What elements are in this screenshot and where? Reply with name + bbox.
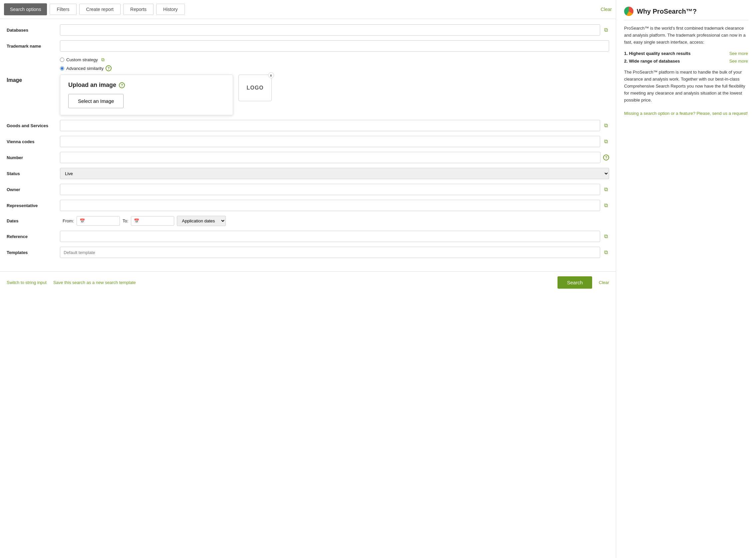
dates-row: Dates From: To: Application dates Regist… (7, 216, 609, 226)
clear-bottom-button[interactable]: Clear (599, 280, 609, 285)
advanced-similarity-option: Advanced similarity ? (60, 65, 609, 71)
upload-help-icon[interactable]: ? (119, 82, 125, 88)
databases-copy-button[interactable]: ⧉ (603, 26, 609, 34)
reference-row: Reference ⧉ (7, 231, 609, 242)
feature-1-text: 1. Highest quality search results (624, 51, 690, 56)
vienna-codes-copy-button[interactable]: ⧉ (603, 138, 609, 145)
databases-input[interactable] (60, 24, 600, 35)
image-label: Image (7, 75, 60, 83)
clear-link[interactable]: Clear (601, 7, 612, 12)
pie-chart-icon (624, 7, 633, 16)
databases-label: Databases (7, 28, 60, 33)
status-label: Status (7, 171, 60, 176)
why-prosearch-title: Why ProSearch™? (637, 8, 697, 15)
owner-copy-button[interactable]: ⧉ (603, 186, 609, 193)
number-input[interactable] (60, 152, 601, 163)
trademark-name-input[interactable] (60, 40, 609, 52)
logo-close-button[interactable]: x (268, 72, 274, 78)
templates-copy-button[interactable]: ⧉ (603, 249, 609, 256)
advanced-similarity-label: Advanced similarity (66, 66, 104, 71)
date-from-input[interactable] (77, 216, 120, 226)
reference-input[interactable] (60, 231, 600, 242)
representative-input[interactable] (60, 200, 600, 211)
bottom-bar: Switch to string input Save this search … (0, 271, 616, 293)
trademark-name-row: Trademark name (7, 40, 609, 52)
switch-to-string-link[interactable]: Switch to string input (7, 280, 47, 285)
status-select[interactable]: Live Dead All (60, 168, 609, 179)
owner-label: Owner (7, 187, 60, 192)
top-navigation: Search options Filters Create report Rep… (0, 0, 616, 19)
feature-item-1: 1. Highest quality search results See mo… (624, 51, 748, 56)
history-button[interactable]: History (156, 4, 185, 15)
dates-label: Dates (7, 219, 60, 223)
right-panel: Why ProSearch™? ProSearch™ is the world'… (616, 0, 756, 558)
custom-strategy-copy[interactable]: ⧉ (100, 56, 106, 63)
templates-input[interactable] (60, 247, 600, 258)
custom-strategy-radio[interactable] (60, 58, 64, 62)
templates-label: Templates (7, 250, 60, 255)
feature-2-see-more[interactable]: See more (729, 58, 748, 64)
upload-title: Upload an image ? (68, 81, 225, 88)
owner-row: Owner ⧉ (7, 184, 609, 195)
vienna-codes-label: Vienna codes (7, 139, 60, 144)
reports-button[interactable]: Reports (123, 4, 154, 15)
advanced-similarity-radio[interactable] (60, 66, 64, 71)
intro-text: ProSearch™ is the world's first combined… (624, 25, 748, 46)
create-report-button[interactable]: Create report (79, 4, 121, 15)
feature-item-2: 2. Wide range of databases See more (624, 58, 748, 64)
save-template-link[interactable]: Save this search as a new search templat… (53, 280, 136, 285)
advanced-similarity-help-icon[interactable]: ? (106, 65, 111, 71)
from-label: From: (62, 219, 74, 223)
date-type-select[interactable]: Application dates Registration dates Exp… (177, 216, 226, 226)
description-text: The ProSearch™ platform is meant to hand… (624, 69, 748, 104)
number-label: Number (7, 155, 60, 160)
goods-services-label: Goods and Services (7, 123, 60, 128)
custom-strategy-option: Custom strategy ⧉ (60, 56, 609, 63)
databases-row: Databases ⧉ (7, 24, 609, 35)
right-panel-title: Why ProSearch™? (624, 7, 748, 16)
upload-card: Upload an image ? Select an Image (60, 75, 233, 115)
representative-row: Representative ⧉ (7, 200, 609, 211)
search-options-button[interactable]: Search options (4, 3, 47, 15)
status-row: Status Live Dead All (7, 168, 609, 179)
image-section: Image Upload an image ? Select an Image … (7, 75, 609, 115)
vienna-codes-row: Vienna codes ⧉ (7, 136, 609, 147)
date-to-input[interactable] (131, 216, 174, 226)
feature-list: 1. Highest quality search results See mo… (624, 51, 748, 64)
feature-2-text: 2. Wide range of databases (624, 58, 680, 64)
logo-preview: x LOGO (238, 75, 272, 101)
representative-label: Representative (7, 203, 60, 208)
request-link[interactable]: Missing a search option or a feature? Pl… (624, 110, 748, 117)
strategy-radio-group: Custom strategy ⧉ Advanced similarity ? (60, 56, 609, 71)
custom-strategy-label: Custom strategy (66, 57, 98, 62)
reference-label: Reference (7, 234, 60, 239)
filters-button[interactable]: Filters (50, 4, 76, 15)
number-help-icon[interactable]: ? (603, 154, 609, 160)
select-image-button[interactable]: Select an Image (68, 94, 124, 108)
reference-copy-button[interactable]: ⧉ (603, 233, 609, 240)
title-divider (624, 20, 748, 20)
vienna-codes-input[interactable] (60, 136, 600, 147)
templates-row: Templates ⧉ (7, 247, 609, 258)
representative-copy-button[interactable]: ⧉ (603, 202, 609, 209)
feature-1-see-more[interactable]: See more (729, 51, 748, 56)
goods-services-copy-button[interactable]: ⧉ (603, 122, 609, 129)
upload-title-text: Upload an image (68, 81, 116, 88)
goods-services-row: Goods and Services ⧉ (7, 120, 609, 131)
goods-services-input[interactable] (60, 120, 600, 131)
to-label: To: (123, 219, 128, 223)
trademark-name-label: Trademark name (7, 44, 60, 49)
number-row: Number ? (7, 152, 609, 163)
search-button[interactable]: Search (557, 276, 592, 289)
owner-input[interactable] (60, 184, 600, 195)
search-form: Databases ⧉ Trademark name Custom strate… (0, 19, 616, 268)
logo-text: LOGO (247, 85, 263, 91)
